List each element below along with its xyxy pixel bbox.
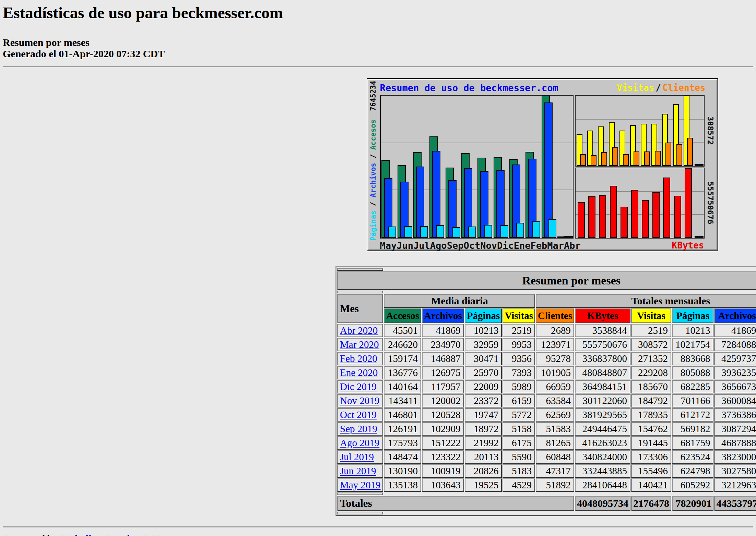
value-cell: 5772 <box>503 408 535 422</box>
axis-sep: / <box>369 202 377 206</box>
table-row: Ene 202013677612697525970739310190548084… <box>337 366 756 379</box>
bar-kbytes <box>642 200 649 238</box>
summary-table: Resumen por meses Mes Media diaria Total… <box>335 266 756 516</box>
value-cell: 7393 <box>503 366 535 379</box>
bar-kbytes <box>599 195 606 238</box>
month-link[interactable]: May 2019 <box>340 479 380 490</box>
value-cell: 175793 <box>384 436 421 450</box>
value-cell: 140421 <box>631 478 671 492</box>
bar-archivos <box>432 151 440 238</box>
value-cell: 3538844 <box>575 324 630 337</box>
month-link[interactable]: Jun 2019 <box>340 465 376 476</box>
value-cell: 18972 <box>465 422 502 436</box>
bar-paginas <box>436 225 444 238</box>
month-label: Jul <box>413 240 430 251</box>
month-link[interactable]: Feb 2020 <box>340 353 377 364</box>
month-label: May <box>380 240 397 251</box>
bar-paginas <box>484 225 492 238</box>
month-link[interactable]: Dic 2019 <box>340 381 377 392</box>
value-cell: 10213 <box>672 324 714 337</box>
bar-kbytes <box>663 178 670 238</box>
value-cell: 5989 <box>503 380 535 393</box>
month-link[interactable]: Nov 2019 <box>340 395 379 406</box>
value-cell: 681759 <box>672 436 714 450</box>
month-cell: Dic 2019 <box>337 380 383 393</box>
value-cell: 103643 <box>422 478 464 492</box>
value-cell: 101905 <box>536 366 574 379</box>
month-label: Ene <box>514 240 531 251</box>
bar-clientes <box>665 143 671 166</box>
value-cell: 100919 <box>422 464 464 478</box>
month-link[interactable]: Mar 2020 <box>340 339 379 350</box>
month-label: Ago <box>430 240 447 251</box>
axis-sep: / <box>369 154 377 159</box>
value-cell: 154762 <box>631 422 671 436</box>
footer-divider <box>3 526 753 527</box>
month-link[interactable]: Abr 2020 <box>340 325 378 336</box>
right-axis-max-visits: 308572 <box>706 116 715 145</box>
month-cell: Sep 2019 <box>337 422 383 436</box>
column-header-kbytes: KBytes <box>575 308 630 323</box>
value-cell: 3600084 <box>714 394 756 407</box>
value-cell: 229208 <box>631 366 671 379</box>
month-link[interactable]: Sep 2019 <box>340 423 377 434</box>
footer-text: Generated by <box>3 533 60 536</box>
chart-title: Resumen de uso de beckmesser.com <box>380 83 558 93</box>
spacer-row <box>337 291 756 293</box>
bar-clientes <box>591 155 596 166</box>
value-cell: 95278 <box>536 352 574 365</box>
value-cell: 555750676 <box>575 338 630 351</box>
group-header-monthly: Totales mensuales <box>536 294 756 308</box>
bar-kbytes <box>674 196 681 238</box>
value-cell: 5183 <box>503 464 535 478</box>
totals-label: Totales <box>337 496 574 511</box>
bar-archivos <box>560 236 568 238</box>
value-cell: 569182 <box>672 422 714 436</box>
value-cell: 32959 <box>465 338 502 351</box>
value-cell: 30471 <box>465 352 502 365</box>
value-cell: 9356 <box>503 352 535 365</box>
value-cell: 3027580 <box>714 464 756 478</box>
value-cell: 184792 <box>631 394 671 407</box>
table-row: Jul 201914847412332220113559060848340824… <box>337 450 756 464</box>
bar-kbytes <box>621 207 628 238</box>
value-cell: 3656673 <box>714 380 756 393</box>
total-paginas: 7820901 <box>672 496 714 511</box>
usage-chart: Resumen de uso de beckmesser.com Visitas… <box>367 78 718 251</box>
value-cell: 20826 <box>465 464 502 478</box>
value-cell: 308572 <box>631 338 671 351</box>
bar-clientes <box>634 151 639 166</box>
bar-paginas <box>420 226 428 238</box>
content-column: Resumen de uso de beckmesser.com Visitas… <box>335 78 749 516</box>
month-link[interactable]: Ago 2019 <box>340 437 379 448</box>
value-cell: 336837800 <box>575 352 630 365</box>
month-label: Dic <box>497 240 514 251</box>
value-cell: 3823000 <box>714 450 756 464</box>
table-row: Ago 201917579315122221992617581265416263… <box>337 436 756 450</box>
bar-clientes <box>676 144 682 166</box>
month-link[interactable]: Jul 2019 <box>340 451 374 462</box>
total-kbytes: 4048095734 <box>575 496 630 511</box>
value-cell: 146887 <box>422 352 464 365</box>
month-link[interactable]: Ene 2020 <box>340 367 378 378</box>
value-cell: 2689 <box>536 324 574 337</box>
bar-paginas <box>548 219 556 238</box>
bar-kbytes <box>631 190 638 238</box>
table-row: Feb 202015917414688730471935695278336837… <box>337 352 756 365</box>
month-link[interactable]: Oct 2019 <box>340 409 377 420</box>
column-header-accesos: Accesos <box>384 308 421 323</box>
subtitle: Resumen por meses <box>3 37 756 48</box>
value-cell: 51892 <box>536 478 574 492</box>
spacer-row <box>337 268 756 271</box>
group-header-daily: Media diaria <box>384 294 535 308</box>
value-cell: 136776 <box>384 366 421 379</box>
table-title: Resumen por meses <box>337 271 756 290</box>
month-cell: Feb 2020 <box>337 352 383 365</box>
axis-word-paginas: Páginas <box>369 210 377 241</box>
axis-word-archivos: Archivos <box>369 163 377 197</box>
month-cell: Nov 2019 <box>337 394 383 407</box>
value-cell: 173306 <box>631 450 671 464</box>
value-cell: 805088 <box>672 366 714 379</box>
webalizer-version-link[interactable]: Webalizer Version 2.23 <box>60 533 161 536</box>
value-cell: 178935 <box>631 408 671 422</box>
